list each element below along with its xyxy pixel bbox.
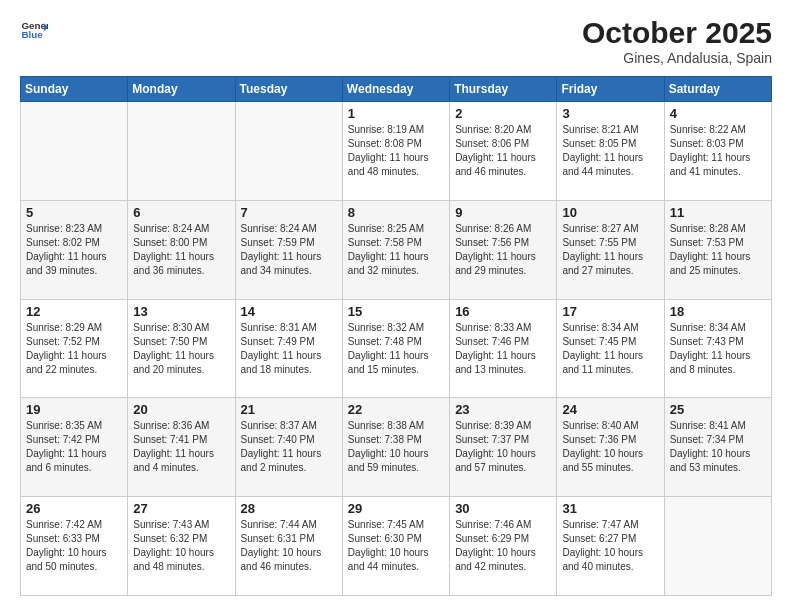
- page: General Blue October 2025 Gines, Andalus…: [0, 0, 792, 612]
- day-number: 24: [562, 402, 658, 417]
- day-number: 21: [241, 402, 337, 417]
- day-info: Sunrise: 8:32 AM Sunset: 7:48 PM Dayligh…: [348, 321, 444, 377]
- day-info: Sunrise: 8:24 AM Sunset: 8:00 PM Dayligh…: [133, 222, 229, 278]
- calendar-week-3: 19Sunrise: 8:35 AM Sunset: 7:42 PM Dayli…: [21, 398, 772, 497]
- day-info: Sunrise: 8:39 AM Sunset: 7:37 PM Dayligh…: [455, 419, 551, 475]
- day-info: Sunrise: 8:31 AM Sunset: 7:49 PM Dayligh…: [241, 321, 337, 377]
- day-number: 18: [670, 304, 766, 319]
- calendar-cell: 31Sunrise: 7:47 AM Sunset: 6:27 PM Dayli…: [557, 497, 664, 596]
- day-info: Sunrise: 8:41 AM Sunset: 7:34 PM Dayligh…: [670, 419, 766, 475]
- day-number: 10: [562, 205, 658, 220]
- day-info: Sunrise: 7:47 AM Sunset: 6:27 PM Dayligh…: [562, 518, 658, 574]
- calendar-cell: 2Sunrise: 8:20 AM Sunset: 8:06 PM Daylig…: [450, 102, 557, 201]
- logo: General Blue: [20, 16, 48, 44]
- col-thursday: Thursday: [450, 77, 557, 102]
- day-number: 3: [562, 106, 658, 121]
- title-block: October 2025 Gines, Andalusia, Spain: [582, 16, 772, 66]
- col-wednesday: Wednesday: [342, 77, 449, 102]
- col-tuesday: Tuesday: [235, 77, 342, 102]
- calendar-cell: 23Sunrise: 8:39 AM Sunset: 7:37 PM Dayli…: [450, 398, 557, 497]
- calendar-cell: 30Sunrise: 7:46 AM Sunset: 6:29 PM Dayli…: [450, 497, 557, 596]
- day-info: Sunrise: 7:42 AM Sunset: 6:33 PM Dayligh…: [26, 518, 122, 574]
- day-number: 13: [133, 304, 229, 319]
- day-number: 16: [455, 304, 551, 319]
- header: General Blue October 2025 Gines, Andalus…: [20, 16, 772, 66]
- day-number: 9: [455, 205, 551, 220]
- day-info: Sunrise: 8:29 AM Sunset: 7:52 PM Dayligh…: [26, 321, 122, 377]
- calendar-cell: 24Sunrise: 8:40 AM Sunset: 7:36 PM Dayli…: [557, 398, 664, 497]
- day-info: Sunrise: 7:45 AM Sunset: 6:30 PM Dayligh…: [348, 518, 444, 574]
- calendar-cell: [235, 102, 342, 201]
- day-number: 23: [455, 402, 551, 417]
- calendar-cell: 22Sunrise: 8:38 AM Sunset: 7:38 PM Dayli…: [342, 398, 449, 497]
- day-number: 12: [26, 304, 122, 319]
- day-info: Sunrise: 8:26 AM Sunset: 7:56 PM Dayligh…: [455, 222, 551, 278]
- calendar-cell: 25Sunrise: 8:41 AM Sunset: 7:34 PM Dayli…: [664, 398, 771, 497]
- calendar-cell: 18Sunrise: 8:34 AM Sunset: 7:43 PM Dayli…: [664, 299, 771, 398]
- day-info: Sunrise: 8:22 AM Sunset: 8:03 PM Dayligh…: [670, 123, 766, 179]
- day-info: Sunrise: 8:33 AM Sunset: 7:46 PM Dayligh…: [455, 321, 551, 377]
- calendar-cell: 20Sunrise: 8:36 AM Sunset: 7:41 PM Dayli…: [128, 398, 235, 497]
- calendar-week-2: 12Sunrise: 8:29 AM Sunset: 7:52 PM Dayli…: [21, 299, 772, 398]
- day-info: Sunrise: 8:37 AM Sunset: 7:40 PM Dayligh…: [241, 419, 337, 475]
- day-number: 20: [133, 402, 229, 417]
- calendar-cell: 14Sunrise: 8:31 AM Sunset: 7:49 PM Dayli…: [235, 299, 342, 398]
- day-number: 26: [26, 501, 122, 516]
- day-info: Sunrise: 8:19 AM Sunset: 8:08 PM Dayligh…: [348, 123, 444, 179]
- calendar-week-1: 5Sunrise: 8:23 AM Sunset: 8:02 PM Daylig…: [21, 200, 772, 299]
- day-info: Sunrise: 8:25 AM Sunset: 7:58 PM Dayligh…: [348, 222, 444, 278]
- calendar-week-4: 26Sunrise: 7:42 AM Sunset: 6:33 PM Dayli…: [21, 497, 772, 596]
- calendar-cell: [21, 102, 128, 201]
- day-number: 22: [348, 402, 444, 417]
- day-number: 11: [670, 205, 766, 220]
- calendar-cell: 12Sunrise: 8:29 AM Sunset: 7:52 PM Dayli…: [21, 299, 128, 398]
- calendar-cell: 19Sunrise: 8:35 AM Sunset: 7:42 PM Dayli…: [21, 398, 128, 497]
- day-info: Sunrise: 8:38 AM Sunset: 7:38 PM Dayligh…: [348, 419, 444, 475]
- day-info: Sunrise: 8:34 AM Sunset: 7:43 PM Dayligh…: [670, 321, 766, 377]
- day-info: Sunrise: 8:27 AM Sunset: 7:55 PM Dayligh…: [562, 222, 658, 278]
- day-number: 1: [348, 106, 444, 121]
- day-info: Sunrise: 7:46 AM Sunset: 6:29 PM Dayligh…: [455, 518, 551, 574]
- calendar-cell: 9Sunrise: 8:26 AM Sunset: 7:56 PM Daylig…: [450, 200, 557, 299]
- main-title: October 2025: [582, 16, 772, 50]
- calendar-cell: 29Sunrise: 7:45 AM Sunset: 6:30 PM Dayli…: [342, 497, 449, 596]
- calendar-cell: 4Sunrise: 8:22 AM Sunset: 8:03 PM Daylig…: [664, 102, 771, 201]
- day-number: 29: [348, 501, 444, 516]
- calendar-cell: 8Sunrise: 8:25 AM Sunset: 7:58 PM Daylig…: [342, 200, 449, 299]
- calendar-cell: 3Sunrise: 8:21 AM Sunset: 8:05 PM Daylig…: [557, 102, 664, 201]
- day-number: 8: [348, 205, 444, 220]
- day-info: Sunrise: 8:30 AM Sunset: 7:50 PM Dayligh…: [133, 321, 229, 377]
- subtitle: Gines, Andalusia, Spain: [582, 50, 772, 66]
- calendar-week-0: 1Sunrise: 8:19 AM Sunset: 8:08 PM Daylig…: [21, 102, 772, 201]
- calendar-cell: 27Sunrise: 7:43 AM Sunset: 6:32 PM Dayli…: [128, 497, 235, 596]
- day-number: 5: [26, 205, 122, 220]
- day-number: 31: [562, 501, 658, 516]
- calendar-cell: 5Sunrise: 8:23 AM Sunset: 8:02 PM Daylig…: [21, 200, 128, 299]
- day-info: Sunrise: 8:28 AM Sunset: 7:53 PM Dayligh…: [670, 222, 766, 278]
- calendar-header-row: Sunday Monday Tuesday Wednesday Thursday…: [21, 77, 772, 102]
- svg-text:Blue: Blue: [21, 29, 43, 40]
- calendar-cell: [128, 102, 235, 201]
- calendar-cell: 15Sunrise: 8:32 AM Sunset: 7:48 PM Dayli…: [342, 299, 449, 398]
- col-monday: Monday: [128, 77, 235, 102]
- day-number: 27: [133, 501, 229, 516]
- calendar-cell: [664, 497, 771, 596]
- calendar-cell: 21Sunrise: 8:37 AM Sunset: 7:40 PM Dayli…: [235, 398, 342, 497]
- calendar-cell: 28Sunrise: 7:44 AM Sunset: 6:31 PM Dayli…: [235, 497, 342, 596]
- day-info: Sunrise: 8:23 AM Sunset: 8:02 PM Dayligh…: [26, 222, 122, 278]
- col-friday: Friday: [557, 77, 664, 102]
- day-info: Sunrise: 7:43 AM Sunset: 6:32 PM Dayligh…: [133, 518, 229, 574]
- day-info: Sunrise: 8:35 AM Sunset: 7:42 PM Dayligh…: [26, 419, 122, 475]
- calendar-cell: 1Sunrise: 8:19 AM Sunset: 8:08 PM Daylig…: [342, 102, 449, 201]
- calendar-cell: 26Sunrise: 7:42 AM Sunset: 6:33 PM Dayli…: [21, 497, 128, 596]
- day-number: 2: [455, 106, 551, 121]
- day-number: 28: [241, 501, 337, 516]
- calendar-cell: 11Sunrise: 8:28 AM Sunset: 7:53 PM Dayli…: [664, 200, 771, 299]
- day-info: Sunrise: 8:34 AM Sunset: 7:45 PM Dayligh…: [562, 321, 658, 377]
- day-info: Sunrise: 8:40 AM Sunset: 7:36 PM Dayligh…: [562, 419, 658, 475]
- day-number: 15: [348, 304, 444, 319]
- calendar-table: Sunday Monday Tuesday Wednesday Thursday…: [20, 76, 772, 596]
- day-info: Sunrise: 7:44 AM Sunset: 6:31 PM Dayligh…: [241, 518, 337, 574]
- day-info: Sunrise: 8:24 AM Sunset: 7:59 PM Dayligh…: [241, 222, 337, 278]
- logo-icon: General Blue: [20, 16, 48, 44]
